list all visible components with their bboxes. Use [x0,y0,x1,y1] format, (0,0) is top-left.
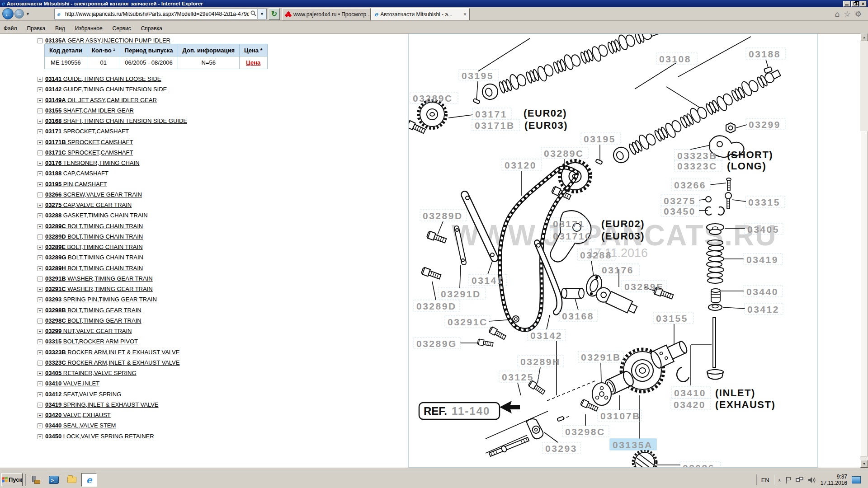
menu-item[interactable]: Избранное [75,25,103,32]
expand-box-icon[interactable]: + [38,140,42,145]
expand-box-icon[interactable]: + [38,98,42,103]
expand-box-icon[interactable]: + [38,297,42,302]
tree-item-03171C[interactable]: +03171C SPROCKET,CAMSHAFT [38,147,187,158]
expand-box-icon[interactable]: + [38,434,42,439]
part-link[interactable]: 03298B BOLT,TIMING GEAR TRAIN [45,307,142,314]
part-link[interactable]: 03299 NUT,VALVE GEAR TRAIN [45,328,132,334]
expand-box-icon[interactable]: + [38,361,42,366]
tab-label[interactable]: www.pajero4x4.ru • Просмотр ... [293,11,371,18]
tree-item-03293[interactable]: +03293 SPRING PIN,TIMING GEAR TRAIN [38,294,187,305]
part-link[interactable]: 03288 GASKET,TIMING CHAIN TRAIN [45,212,148,219]
part-link[interactable]: 03289E BOLT,TIMING CHAIN TRAIN [45,244,143,250]
tree-item-03142[interactable]: +03142 GUIDE,TIMING CHAIN TENSION SIDE [38,84,187,94]
part-link[interactable]: 03289D BOLT,TIMING CHAIN TRAIN [45,233,143,240]
expand-box-icon[interactable]: + [38,329,42,334]
part-link[interactable]: 03450 LOCK,VALVE SPRING RETAINER [45,433,154,440]
part-link[interactable]: 03168 SHAFT,TIMING CHAIN TENSION SIDE GU… [45,117,187,124]
part-link[interactable]: 03289G BOLT,TIMING CHAIN TRAIN [45,254,143,261]
part-link[interactable]: 03291C WASHER,TIMING GEAR TRAIN [45,286,153,292]
tree-item-03412[interactable]: +03412 SEAT,VALVE SPRING [38,389,187,399]
minimize-button[interactable] [843,1,850,7]
menu-item[interactable]: Правка [27,25,46,32]
part-link[interactable]: 03176 TENSIONER,TIMING CHAIN [45,160,140,166]
tree-item-03410[interactable]: +03410 VALVE,INLET [38,378,187,389]
expand-box-icon[interactable]: + [38,235,42,239]
expand-box-icon[interactable]: + [38,308,42,313]
part-link[interactable]: 03141 GUIDE,TIMING CHAIN LOOSE SIDE [45,75,161,82]
taskbar-explorer-folder-icon[interactable] [64,473,80,487]
expand-box-icon[interactable]: + [38,423,42,428]
tree-item-03266[interactable]: +03266 SCREW,VALVE GEAR TRAIN [38,189,187,200]
favorites-star-icon[interactable]: ☆ [844,9,851,19]
expand-box-icon[interactable]: + [38,192,42,197]
part-link[interactable]: 03289C BOLT,TIMING CHAIN TRAIN [45,223,143,230]
tree-item-03419[interactable]: +03419 SPRING,INLET & EXHAUST VALVE [38,399,187,410]
action-center-flag-icon[interactable] [785,477,791,483]
history-dropdown-icon[interactable]: ▼ [26,12,30,16]
expand-box-icon[interactable]: + [38,277,42,282]
tree-item-03288[interactable]: +03288 GASKET,TIMING CHAIN TRAIN [38,210,187,221]
parts-diagram[interactable]: WWW.JAPANCATS.RU 17.11.2016 [409,34,817,467]
url-dropdown-icon[interactable]: ▼ [257,9,266,19]
part-link[interactable]: 03171 SPROCKET,CAMSHAFT [45,128,129,135]
tree-item-03141[interactable]: +03141 GUIDE,TIMING CHAIN LOOSE SIDE [38,74,187,84]
show-desktop-icon[interactable] [852,476,861,483]
expand-box-icon[interactable]: + [38,255,42,260]
expand-box-icon[interactable]: + [38,171,42,176]
part-link[interactable]: 03149A OIL JET ASSY,CAM IDLER GEAR [45,97,157,103]
tree-item-03188[interactable]: +03188 CAP,CAMSHAFT [38,168,187,178]
part-link[interactable]: 03155 SHAFT,CAM IDLER GEAR [45,107,134,114]
page-scrollbar[interactable]: ▲ ▼ [860,33,868,468]
tree-item-03291B[interactable]: +03291B WASHER,TIMING GEAR TRAIN [38,273,187,284]
expand-box-icon[interactable]: + [38,287,42,292]
part-link[interactable]: 03289H BOLT,TIMING CHAIN TRAIN [45,265,143,272]
expand-box-icon[interactable]: + [38,403,42,408]
part-link[interactable]: 03412 SEAT,VALVE SPRING [45,391,121,398]
expand-box-icon[interactable]: + [38,108,42,113]
restore-button[interactable] [851,1,859,7]
part-link[interactable]: 03323C ROCKER ARM,INLET & EXHAUST VALVE [45,359,179,366]
collapse-box-icon[interactable]: − [38,38,42,43]
tree-item-03289H[interactable]: +03289H BOLT,TIMING CHAIN TRAIN [38,263,187,273]
taskbar-ie-icon[interactable]: e [81,473,97,487]
tree-item-03323C[interactable]: +03323C ROCKER ARM,INLET & EXHAUST VALVE [38,357,187,368]
tree-item-03298C[interactable]: +03298C BOLT,TIMING GEAR TRAIN [38,315,187,326]
part-link[interactable]: 03293 SPRING PIN,TIMING GEAR TRAIN [45,296,157,303]
expand-box-icon[interactable]: + [38,161,42,166]
diagram-label-03135A[interactable]: 03135A [613,440,653,450]
tree-item-03195[interactable]: +03195 PIN,CAMSHAFT [38,179,187,189]
tab-close-icon[interactable]: × [461,11,467,18]
part-link[interactable]: 03440 SEAL,VALVE STEM [45,422,116,429]
tab-autoparts-mitsubishi[interactable]: e Автозапчасти Mitsubishi - э... × [371,8,470,20]
expand-box-icon[interactable]: + [38,119,42,124]
tree-item-03171[interactable]: +03171 SPROCKET,CAMSHAFT [38,126,187,136]
network-icon[interactable] [796,477,803,483]
scroll-down-icon[interactable]: ▼ [860,460,868,468]
tray-expand-icon[interactable]: « [777,479,783,481]
part-link[interactable]: 03298C BOLT,TIMING GEAR TRAIN [45,317,142,324]
part-link[interactable]: 03410 VALVE,INLET [45,380,99,387]
menu-item[interactable]: Сервис [113,25,131,32]
volume-icon[interactable] [808,477,816,483]
start-button[interactable]: Пуск [1,473,23,486]
expand-box-icon[interactable]: + [38,371,42,376]
back-button[interactable]: ← [2,8,14,19]
refresh-button[interactable]: ↻ [269,8,280,20]
expand-box-icon[interactable]: + [38,129,42,134]
part-link[interactable]: 03188 CAP,CAMSHAFT [45,170,108,177]
forward-button[interactable]: → [14,9,24,19]
url-text[interactable]: http://www.japancats.ru/Mitsubishi/Parts… [65,11,249,17]
part-link[interactable]: 03275 CAP,VALVE GEAR TRAIN [45,202,132,208]
scrollbar-thumb[interactable] [860,131,868,456]
expand-box-icon[interactable]: + [38,182,42,187]
part-link[interactable]: 03405 RETAINER,VALVE SPRING [45,370,137,376]
expand-box-icon[interactable]: + [38,319,42,324]
tree-item-03176[interactable]: +03176 TENSIONER,TIMING CHAIN [38,158,187,168]
taskbar-clock[interactable]: 9:37 17.11.2016 [821,474,847,486]
part-link[interactable]: 03171C SPROCKET,CAMSHAFT [45,149,133,156]
tree-item-03450[interactable]: +03450 LOCK,VALVE SPRING RETAINER [38,431,187,441]
part-link[interactable]: 03419 SPRING,INLET & EXHAUST VALVE [45,401,159,408]
tree-item-03168[interactable]: +03168 SHAFT,TIMING CHAIN TENSION SIDE G… [38,116,187,126]
tab-pajero4x4[interactable]: www.pajero4x4.ru • Просмотр ... [282,8,371,20]
expand-box-icon[interactable]: + [38,224,42,229]
